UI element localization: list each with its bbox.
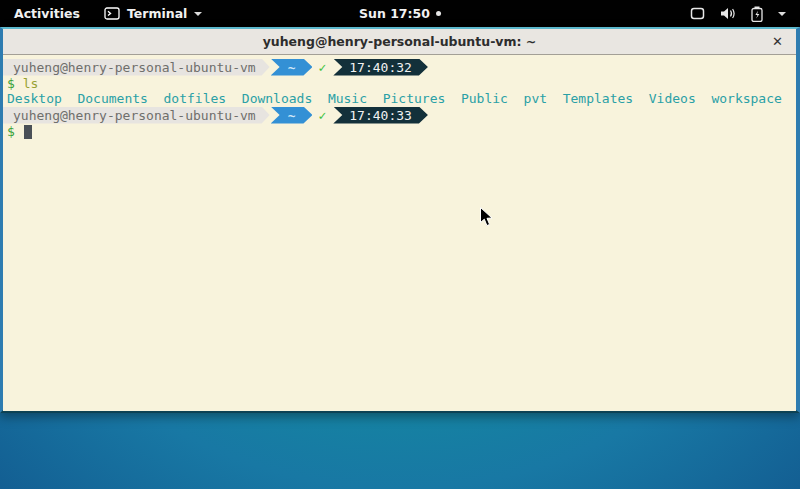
clock-label: Sun 17:50 (359, 6, 430, 21)
prompt-path-segment: ~ (271, 107, 313, 124)
status-check-icon: ✓ (318, 108, 326, 123)
window-title-bar[interactable]: yuheng@henry-personal-ubuntu-vm: ~ ✕ (3, 29, 796, 55)
prompt-user-host: yuheng@henry-personal-ubuntu-vm (3, 107, 270, 124)
prompt-time-badge: 17:40:33 (333, 107, 428, 124)
activities-label: Activities (14, 6, 80, 21)
prompt-symbol: $ (7, 124, 15, 139)
command-text: ls (23, 76, 39, 91)
battery-charging-icon (751, 6, 763, 22)
text-cursor (24, 125, 32, 139)
terminal-content[interactable]: yuheng@henry-personal-ubuntu-vm ~ ✓ 17:4… (3, 55, 796, 411)
ls-output: Desktop Documents dotfiles Downloads Mus… (3, 91, 796, 106)
input-line[interactable]: $ (3, 124, 796, 139)
app-menu-label: Terminal (127, 6, 187, 21)
command-line: $ ls (3, 76, 796, 91)
chevron-down-icon (778, 12, 786, 16)
volume-icon (720, 7, 736, 20)
status-check-icon: ✓ (318, 60, 326, 75)
terminal-app-icon (104, 7, 120, 20)
prompt-symbol: $ (7, 76, 15, 91)
chevron-down-icon (194, 12, 202, 16)
window-title: yuheng@henry-personal-ubuntu-vm: ~ (263, 34, 537, 49)
prompt-time-badge: 17:40:32 (333, 59, 428, 76)
prompt-row: yuheng@henry-personal-ubuntu-vm ~ ✓ 17:4… (3, 58, 796, 76)
activities-button[interactable]: Activities (0, 0, 94, 27)
prompt-row: yuheng@henry-personal-ubuntu-vm ~ ✓ 17:4… (3, 106, 796, 124)
prompt-path-segment: ~ (271, 59, 313, 76)
prompt-user-host: yuheng@henry-personal-ubuntu-vm (3, 59, 270, 76)
top-bar: Activities Terminal Sun 17:50 (0, 0, 800, 27)
clock-button[interactable]: Sun 17:50 (359, 0, 441, 27)
close-button[interactable]: ✕ (772, 29, 783, 54)
notification-dot-icon (436, 11, 441, 16)
system-status-area[interactable] (676, 0, 800, 27)
app-menu-terminal[interactable]: Terminal (94, 0, 212, 27)
display-icon (690, 7, 705, 20)
terminal-window: yuheng@henry-personal-ubuntu-vm: ~ ✕ yuh… (0, 27, 800, 413)
